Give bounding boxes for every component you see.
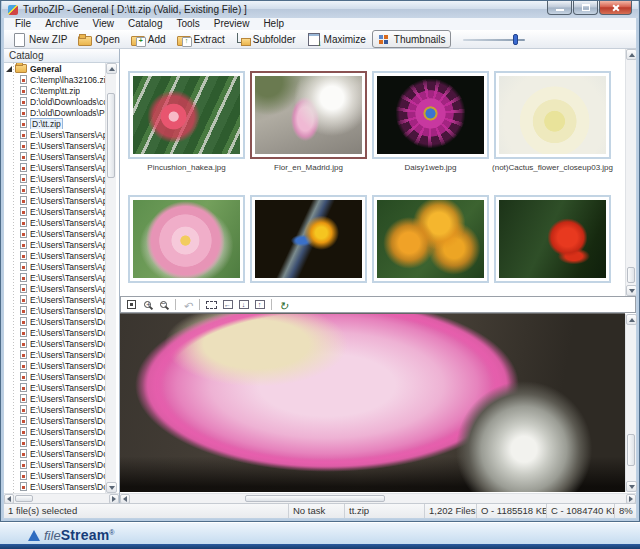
scroll-up-arrow[interactable] — [106, 63, 117, 74]
tree-item[interactable]: E:\Users\Tansers\App — [4, 294, 108, 305]
tree-item[interactable]: C:\temp\lha32106.zip — [4, 74, 108, 85]
close-button[interactable] — [599, 1, 632, 15]
tree-item[interactable]: E:\Users\Tansers\App — [4, 261, 108, 272]
tree-item[interactable]: E:\Users\Tansers\Dow — [4, 448, 108, 459]
menu-item-help[interactable]: Help — [256, 18, 291, 30]
thumbnail-size-slider[interactable] — [463, 33, 525, 46]
tree-item-label: E:\Users\Tansers\App — [30, 174, 108, 184]
thumbnail-pincushion-hakea-jpg[interactable] — [128, 71, 245, 159]
thumbnail-anthurium[interactable] — [494, 195, 611, 283]
tree-vertical-scrollbar[interactable] — [105, 63, 116, 493]
toolbar-button-subfolder[interactable]: Subfolder — [231, 30, 302, 48]
thumbnail-bop[interactable] — [250, 195, 367, 283]
minimize-button[interactable] — [547, 1, 572, 15]
maximize-restore-button[interactable] — [573, 1, 598, 15]
tree-item[interactable]: E:\Users\Tansers\App — [4, 206, 108, 217]
scroll-down-arrow[interactable] — [626, 285, 636, 296]
expand-arrow-icon[interactable] — [6, 66, 12, 72]
slider-thumb[interactable] — [513, 34, 518, 45]
zip-file-icon — [20, 174, 27, 183]
tree-item[interactable]: E:\Users\Tansers\App — [4, 129, 108, 140]
toolbar-button-open[interactable]: Open — [73, 30, 125, 48]
select-region-icon[interactable] — [204, 298, 219, 311]
tree-item[interactable]: E:\Users\Tansers\App — [4, 151, 108, 162]
scroll-up-arrow[interactable] — [626, 314, 637, 325]
title-bar[interactable]: TurboZIP - General [ D:\tt.zip (Valid, E… — [2, 1, 638, 18]
tree-item[interactable]: E:\Users\Tansers\Doc — [4, 316, 108, 327]
tree-item[interactable]: E:\Users\Tansers\App — [4, 250, 108, 261]
tree-item[interactable]: D:\tt.zip — [4, 118, 108, 129]
tree-item[interactable]: E:\Users\Tansers\Dow — [4, 415, 108, 426]
scroll-up-arrow[interactable] — [626, 49, 636, 60]
tree-root-general[interactable]: General — [4, 63, 108, 74]
menu-item-catalog[interactable]: Catalog — [121, 18, 169, 30]
scroll-down-arrow[interactable] — [106, 482, 117, 493]
menu-item-file[interactable]: File — [8, 18, 38, 30]
preview-horizontal-scrollbar[interactable] — [120, 493, 636, 503]
tree-item[interactable]: E:\Users\Tansers\Dow — [4, 481, 108, 492]
tree-item[interactable]: E:\Users\Tansers\Doc — [4, 327, 108, 338]
tree-item[interactable]: E:\Users\Tansers\Dow — [4, 459, 108, 470]
tree-item[interactable]: D:\old\Downloads\Pr — [4, 107, 108, 118]
undo-icon[interactable] — [180, 298, 195, 311]
toolbar-button-extract[interactable]: Extract — [172, 30, 231, 48]
thumbnail-alstro[interactable] — [372, 195, 489, 283]
menu-item-preview[interactable]: Preview — [207, 18, 257, 30]
menu-item-archive[interactable]: Archive — [38, 18, 85, 30]
scroll-down-icon[interactable] — [236, 298, 251, 311]
tree-item[interactable]: C:\temp\tt.zip — [4, 85, 108, 96]
scroll-thumb[interactable] — [245, 495, 385, 502]
tree-item[interactable]: E:\Users\Tansers\App — [4, 162, 108, 173]
tree-item[interactable]: E:\Users\Tansers\Dow — [4, 404, 108, 415]
tree-item[interactable]: D:\old\Downloads\co — [4, 96, 108, 107]
scroll-thumb[interactable] — [627, 434, 635, 466]
tree-item[interactable]: E:\Users\Tansers\Doc — [4, 338, 108, 349]
tree-item[interactable]: E:\Users\Tansers\Dow — [4, 426, 108, 437]
tree-item[interactable]: E:\Users\Tansers\Dow — [4, 360, 108, 371]
toolbar-button-thumbnails[interactable]: Thumbnails — [372, 30, 452, 48]
zoom-in-icon[interactable] — [140, 298, 155, 311]
scroll-thumb[interactable] — [15, 495, 33, 502]
tree-item[interactable]: E:\Users\Tansers\App — [4, 228, 108, 239]
menu-item-view[interactable]: View — [85, 18, 121, 30]
tree-item[interactable]: E:\Users\Tansers\Dow — [4, 371, 108, 382]
tree-item-label: E:\Users\Tansers\App — [30, 284, 108, 294]
tree-item[interactable]: E:\Users\Tansers\App — [4, 173, 108, 184]
tree-item[interactable]: E:\Users\Tansers\Dow — [4, 470, 108, 481]
tree-item[interactable]: E:\Users\Tansers\App — [4, 283, 108, 294]
maximize-icon — [306, 32, 321, 46]
thumbnail-not-cactus-flower-closeup03-jpg[interactable] — [494, 71, 611, 159]
tree-item[interactable]: E:\Users\Tansers\App — [4, 239, 108, 250]
zoom-out-icon[interactable] — [156, 298, 171, 311]
preview-vertical-scrollbar[interactable] — [625, 314, 636, 492]
menu-item-tools[interactable]: Tools — [169, 18, 206, 30]
scroll-thumb[interactable] — [627, 267, 635, 283]
zip-file-icon — [20, 218, 27, 227]
subfolder-icon — [235, 32, 250, 46]
tree-horizontal-scrollbar[interactable] — [4, 493, 119, 503]
toolbar-button-maximize[interactable]: Maximize — [302, 30, 372, 48]
tree-item[interactable]: E:\Users\Tansers\Dow — [4, 382, 108, 393]
tree-item[interactable]: E:\Users\Tansers\App — [4, 184, 108, 195]
scroll-down-arrow[interactable] — [626, 481, 637, 492]
tree-item[interactable]: E:\Users\Tansers\App — [4, 140, 108, 151]
tree-item[interactable]: E:\Users\Tansers\Dow — [4, 349, 108, 360]
tree-item[interactable]: E:\Users\Tansers\App — [4, 217, 108, 228]
thumbnail-vertical-scrollbar[interactable] — [625, 49, 636, 296]
toolbar-button-add[interactable]: Add — [126, 30, 172, 48]
scroll-up-icon[interactable] — [252, 298, 267, 311]
tree-item[interactable]: E:\Users\Tansers\Dow — [4, 393, 108, 404]
tree-item[interactable]: E:\Users\Tansers\Dow — [4, 437, 108, 448]
scroll-thumb[interactable] — [107, 93, 115, 178]
tree-item[interactable]: E:\Users\Tansers\Doc — [4, 305, 108, 316]
refresh-icon[interactable] — [276, 298, 291, 311]
tree-item[interactable]: E:\Users\Tansers\App — [4, 195, 108, 206]
toolbar-button-new-zip[interactable]: New ZIP — [7, 30, 73, 48]
preview-image[interactable] — [120, 313, 625, 492]
thumbnail-flor-en-madrid-jpg[interactable] — [250, 71, 367, 159]
thumbnail-lotus[interactable] — [128, 195, 245, 283]
tree-item[interactable]: E:\Users\Tansers\App — [4, 272, 108, 283]
scroll-left-icon[interactable] — [220, 298, 235, 311]
thumbnail-daisy1web-jpg[interactable] — [372, 71, 489, 159]
actual-size-icon[interactable] — [124, 298, 139, 311]
